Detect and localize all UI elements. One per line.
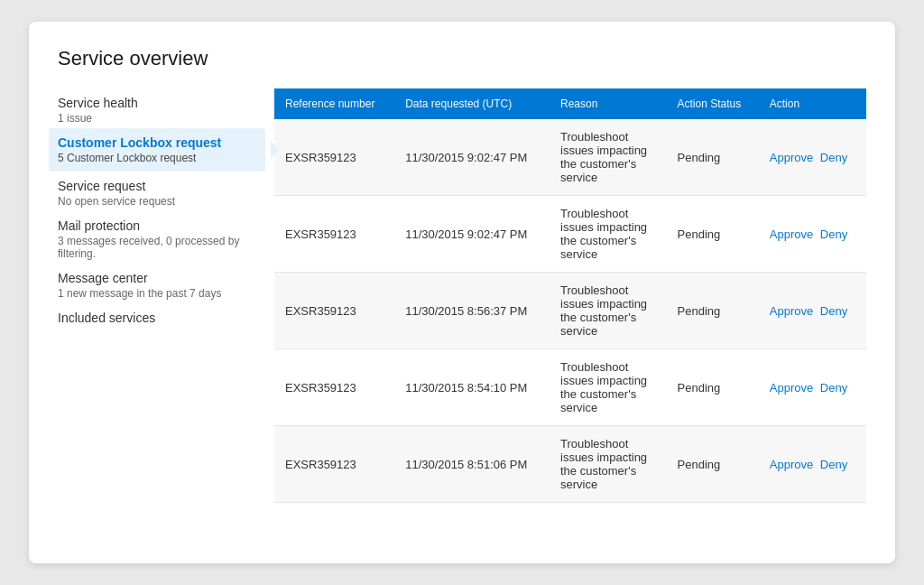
sidebar-item-sub-message-center: 1 new message in the past 7 days <box>58 287 260 300</box>
sidebar-item-sub-service-health: 1 issue <box>58 112 260 125</box>
col-header-reason: Reason <box>550 88 667 119</box>
action-separator <box>815 304 818 318</box>
cell-reason: Troubleshoot issues impacting the custom… <box>550 349 667 426</box>
cell-status: Pending <box>667 196 759 273</box>
table-row: EXSR35912311/30/2015 8:51:06 PMTroublesh… <box>274 426 866 503</box>
sidebar: Service health1 issueCustomer Lockbox re… <box>58 88 274 534</box>
table-row: EXSR35912311/30/2015 9:02:47 PMTroublesh… <box>274 196 866 273</box>
action-separator <box>815 458 818 471</box>
sidebar-item-label-message-center: Message center <box>58 271 260 285</box>
deny-link[interactable]: Deny <box>820 228 847 241</box>
cell-ref: EXSR359123 <box>274 273 394 349</box>
table-body: EXSR35912311/30/2015 9:02:47 PMTroublesh… <box>274 119 866 503</box>
sidebar-item-included-services[interactable]: Included services <box>58 303 260 329</box>
table-row: EXSR35912311/30/2015 9:02:47 PMTroublesh… <box>274 119 866 196</box>
cell-status: Pending <box>667 273 759 349</box>
cell-reason: Troubleshoot issues impacting the custom… <box>550 196 667 273</box>
table-row: EXSR35912311/30/2015 8:56:37 PMTroublesh… <box>274 273 866 349</box>
cell-reason: Troubleshoot issues impacting the custom… <box>550 119 667 196</box>
action-separator <box>815 228 818 241</box>
approve-link[interactable]: Approve <box>770 151 813 164</box>
header-row: Reference numberData requested (UTC)Reas… <box>274 88 866 119</box>
cell-status: Pending <box>667 426 759 503</box>
approve-link[interactable]: Approve <box>770 381 813 395</box>
cell-action: Approve Deny <box>759 273 866 349</box>
sidebar-item-label-included-services: Included services <box>58 311 260 325</box>
cell-date: 11/30/2015 8:51:06 PM <box>394 426 550 503</box>
action-separator <box>815 151 818 164</box>
approve-link[interactable]: Approve <box>770 458 813 471</box>
sidebar-item-label-mail-protection: Mail protection <box>58 218 260 233</box>
deny-link[interactable]: Deny <box>820 304 847 318</box>
requests-table: Reference numberData requested (UTC)Reas… <box>274 88 866 503</box>
cell-ref: EXSR359123 <box>274 119 394 196</box>
cell-ref: EXSR359123 <box>274 426 394 503</box>
cell-ref: EXSR359123 <box>274 349 394 426</box>
cell-date: 11/30/2015 8:54:10 PM <box>394 349 550 426</box>
cell-date: 11/30/2015 9:02:47 PM <box>394 196 550 273</box>
approve-link[interactable]: Approve <box>770 304 813 318</box>
sidebar-item-mail-protection[interactable]: Mail protection3 messages received, 0 pr… <box>58 211 260 264</box>
sidebar-item-label-service-health: Service health <box>58 96 260 110</box>
deny-link[interactable]: Deny <box>820 381 847 395</box>
table-row: EXSR35912311/30/2015 8:54:10 PMTroublesh… <box>274 349 866 426</box>
sidebar-item-label-service-request: Service request <box>58 179 260 193</box>
col-header-status: Action Status <box>667 88 759 119</box>
sidebar-item-service-request[interactable]: Service requestNo open service request <box>58 172 260 211</box>
cell-action: Approve Deny <box>759 196 866 273</box>
sidebar-item-message-center[interactable]: Message center1 new message in the past … <box>58 264 260 303</box>
sidebar-item-sub-service-request: No open service request <box>58 195 260 208</box>
col-header-action: Action <box>759 88 866 119</box>
main-layout: Service health1 issueCustomer Lockbox re… <box>58 88 866 534</box>
sidebar-item-customer-lockbox[interactable]: Customer Lockbox request5 Customer Lockb… <box>49 128 265 172</box>
sidebar-item-label-customer-lockbox: Customer Lockbox request <box>58 135 256 150</box>
sidebar-item-sub-customer-lockbox: 5 Customer Lockbox request <box>58 152 256 164</box>
cell-action: Approve Deny <box>759 426 866 503</box>
sidebar-item-sub-mail-protection: 3 messages received, 0 processed by filt… <box>58 235 260 260</box>
col-header-date: Data requested (UTC) <box>394 88 550 119</box>
page-title: Service overview <box>58 47 866 70</box>
deny-link[interactable]: Deny <box>820 458 847 471</box>
cell-status: Pending <box>667 349 759 426</box>
cell-status: Pending <box>667 119 759 196</box>
sidebar-item-service-health[interactable]: Service health1 issue <box>58 88 260 128</box>
cell-date: 11/30/2015 9:02:47 PM <box>394 119 550 196</box>
content-area: Reference numberData requested (UTC)Reas… <box>274 88 866 534</box>
col-header-ref: Reference number <box>274 88 394 119</box>
cell-reason: Troubleshoot issues impacting the custom… <box>550 273 667 349</box>
cell-ref: EXSR359123 <box>274 196 394 273</box>
cell-reason: Troubleshoot issues impacting the custom… <box>550 426 667 503</box>
table-header: Reference numberData requested (UTC)Reas… <box>274 88 866 119</box>
approve-link[interactable]: Approve <box>770 228 813 241</box>
action-separator <box>815 381 818 395</box>
cell-date: 11/30/2015 8:56:37 PM <box>394 273 550 349</box>
cell-action: Approve Deny <box>759 349 866 426</box>
main-card: Service overview Service health1 issueCu… <box>29 22 895 563</box>
deny-link[interactable]: Deny <box>820 151 847 164</box>
cell-action: Approve Deny <box>759 119 866 196</box>
